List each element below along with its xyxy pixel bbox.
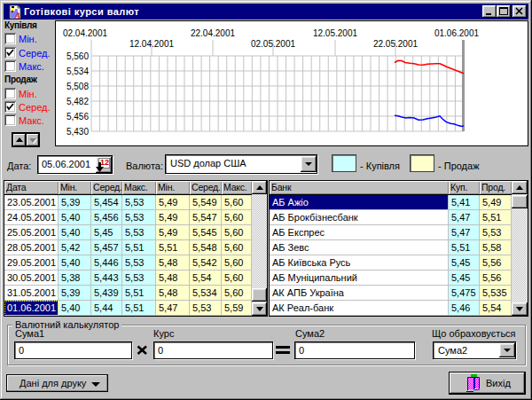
svg-text:22.05.2001: 22.05.2001 (373, 39, 418, 49)
svg-text:12.04.2001: 12.04.2001 (129, 39, 174, 49)
svg-text:5,508: 5,508 (66, 82, 89, 91)
svg-text:02.04.2001: 02.04.2001 (63, 28, 107, 38)
svg-text:22.04.2001: 22.04.2001 (191, 28, 235, 38)
svg-text:A: A (14, 11, 21, 20)
svg-text:5,534: 5,534 (66, 67, 89, 76)
svg-text:5,430: 5,430 (66, 127, 89, 137)
svg-text:02.05.2001: 02.05.2001 (251, 39, 295, 49)
svg-text:5,456: 5,456 (66, 112, 89, 122)
svg-text:01.06.2001: 01.06.2001 (434, 28, 479, 38)
svg-text:5,560: 5,560 (66, 51, 89, 61)
svg-text:5,482: 5,482 (66, 97, 89, 106)
svg-text:12.05.2001: 12.05.2001 (313, 28, 357, 38)
